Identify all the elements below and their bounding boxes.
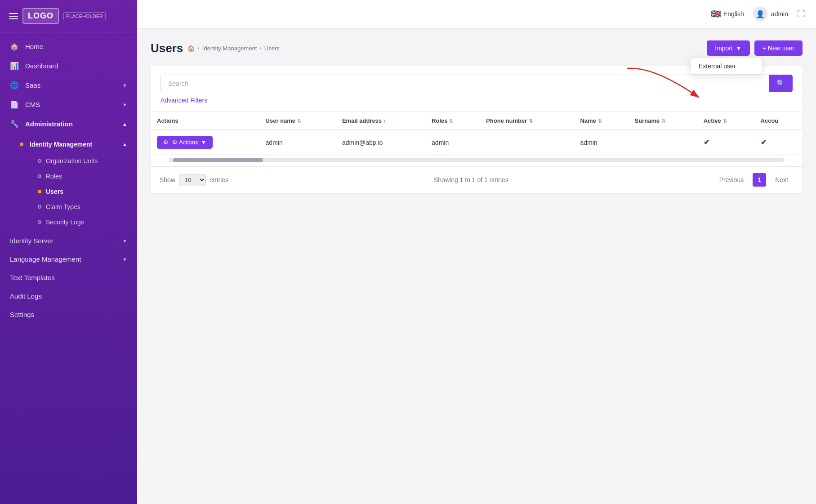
administration-chevron-icon: ▲ [122, 121, 127, 127]
language-mgmt-chevron-icon: ▼ [122, 257, 127, 262]
page-actions: Import ▼ + New user External user [707, 40, 803, 56]
entries-label: entries [210, 176, 228, 183]
identity-management-bullet [20, 143, 23, 146]
dropdown-item-external-user[interactable]: External user [691, 58, 762, 74]
row-active: ✔ [697, 130, 754, 155]
sidebar-item-settings[interactable]: Settings [0, 305, 137, 324]
language-selector[interactable]: 🇬🇧 English [711, 9, 744, 19]
col-email[interactable]: Email address↑ [336, 112, 425, 130]
sidebar-item-audit-logs[interactable]: Audit Logs [0, 287, 137, 305]
page-1-button[interactable]: 1 [753, 173, 766, 187]
breadcrumb-home-icon: 🏠 [187, 45, 195, 52]
sidebar-item-home[interactable]: 🏠 Home [0, 37, 137, 56]
language-label: English [723, 10, 744, 18]
row-email: admin@abp.io [336, 130, 425, 155]
sidebar-nav: 🏠 Home 📊 Dashboard 🌐 Saas ▼ 📄 CMS ▼ 🔧 Ad… [0, 32, 137, 504]
surname-sort-icon: ⇅ [661, 118, 665, 124]
sidebar: LOGO PLACEHOLDER 🏠 Home 📊 Dashboard 🌐 Sa… [0, 0, 137, 504]
username-sort-icon: ⇅ [297, 118, 301, 124]
col-actions: Actions [151, 112, 259, 130]
advanced-filters-link[interactable]: Advanced Filters [161, 97, 207, 104]
sidebar-claim-types-label: Claim Types [46, 203, 80, 210]
sidebar-text-templates-label: Text Templates [10, 274, 55, 281]
breadcrumb-sep-2: • [259, 45, 262, 52]
sidebar-item-saas[interactable]: 🌐 Saas ▼ [0, 76, 137, 95]
sidebar-audit-logs-label: Audit Logs [10, 292, 42, 300]
sidebar-item-identity-management[interactable]: Identity Management ▲ [13, 135, 137, 153]
col-name[interactable]: Name⇅ [574, 112, 628, 130]
sidebar-item-users[interactable]: Users [13, 184, 137, 199]
sidebar-item-org-units[interactable]: Organization Units [13, 153, 137, 169]
org-units-bullet [38, 159, 41, 163]
row-username: admin [259, 130, 336, 155]
sidebar-item-dashboard[interactable]: 📊 Dashboard [0, 56, 137, 76]
showing-text: Showing 1 to 1 of 1 entries [434, 176, 508, 183]
col-account[interactable]: Accou [754, 112, 803, 130]
search-row: 🔍 [161, 75, 793, 92]
content-area: Users 🏠 • Identity Management • Users Im… [137, 28, 816, 504]
col-surname[interactable]: Surname⇅ [629, 112, 697, 130]
import-button[interactable]: Import ▼ [707, 40, 750, 56]
topbar: 🇬🇧 English 👤 admin ⛶ [137, 0, 816, 28]
next-button[interactable]: Next [770, 174, 794, 186]
search-button[interactable]: 🔍 [769, 75, 793, 92]
security-logs-bullet [38, 220, 41, 224]
hamburger-button[interactable] [9, 13, 18, 19]
user-name: admin [771, 10, 788, 18]
home-icon: 🏠 [10, 42, 19, 51]
page-title: Users [151, 41, 183, 55]
sidebar-item-roles[interactable]: Roles [13, 169, 137, 184]
sidebar-users-label: Users [46, 188, 63, 195]
page-title-area: Users 🏠 • Identity Management • Users [151, 41, 280, 55]
name-sort-icon: ⇅ [598, 118, 602, 124]
table-header-row: Actions User name⇅ Email address↑ Roles⇅… [151, 112, 803, 130]
user-menu[interactable]: 👤 admin [753, 7, 788, 21]
row-actions-button[interactable]: ⚙ ⚙ Actions ▼ [157, 136, 213, 149]
sidebar-language-mgmt-label: Language Management [10, 255, 81, 263]
row-phone [480, 130, 574, 155]
email-sort-icon: ↑ [383, 118, 386, 124]
sidebar-item-administration[interactable]: 🔧 Administration ▲ [0, 114, 137, 134]
import-chevron-icon: ▼ [736, 45, 742, 52]
entries-select[interactable]: 10 25 50 100 [179, 174, 206, 186]
table-footer: Show 10 25 50 100 entries Showing 1 to 1… [151, 166, 803, 193]
sidebar-item-saas-label: Saas [25, 81, 40, 89]
breadcrumb-sep-1: • [197, 45, 200, 52]
active-checkmark-icon: ✔ [704, 138, 709, 146]
col-phone[interactable]: Phone number⇅ [480, 112, 574, 130]
active-sort-icon: ⇅ [723, 118, 727, 124]
table-row: ⚙ ⚙ Actions ▼ admin admin@abp.io admin a… [151, 130, 803, 155]
logo-placeholder: PLACEHOLDER [63, 12, 106, 20]
saas-chevron-icon: ▼ [122, 83, 127, 88]
sidebar-item-identity-server[interactable]: Identity Server ▼ [0, 232, 137, 250]
sidebar-item-dashboard-label: Dashboard [25, 62, 58, 70]
sidebar-identity-server-label: Identity Server [10, 237, 54, 245]
col-roles[interactable]: Roles⇅ [425, 112, 480, 130]
cms-chevron-icon: ▼ [122, 102, 127, 107]
col-active[interactable]: Active⇅ [697, 112, 754, 130]
sidebar-item-security-logs[interactable]: Security Logs [13, 214, 137, 230]
previous-button[interactable]: Previous [714, 174, 749, 186]
users-bullet [38, 190, 41, 193]
new-user-button[interactable]: + New user [754, 40, 803, 56]
row-name: admin [574, 130, 628, 155]
identity-management-subnav: Organization Units Roles Users Claim Typ… [13, 153, 137, 230]
sidebar-item-text-templates[interactable]: Text Templates [0, 268, 137, 287]
expand-icon[interactable]: ⛶ [797, 9, 805, 19]
actions-label: ⚙ Actions [172, 139, 198, 146]
dashboard-icon: 📊 [10, 62, 19, 70]
col-username[interactable]: User name⇅ [259, 112, 336, 130]
sidebar-org-units-label: Organization Units [46, 157, 98, 165]
table-scrollbar-area [151, 158, 803, 162]
sidebar-item-claim-types[interactable]: Claim Types [13, 199, 137, 214]
sidebar-item-cms[interactable]: 📄 CMS ▼ [0, 95, 137, 114]
pagination: Previous 1 Next [714, 173, 794, 187]
search-input[interactable] [161, 75, 769, 92]
sidebar-identity-management-label: Identity Management [30, 141, 92, 148]
claim-types-bullet [38, 205, 41, 209]
users-card: 🔍 Advanced Filters Actions User name⇅ Em… [151, 66, 803, 193]
sidebar-item-language-mgmt[interactable]: Language Management ▼ [0, 250, 137, 268]
account-checkmark-icon: ✔ [761, 138, 767, 146]
main-area: 🇬🇧 English 👤 admin ⛶ Users 🏠 • Identity … [137, 0, 816, 504]
table-scrollbar[interactable] [169, 158, 785, 162]
